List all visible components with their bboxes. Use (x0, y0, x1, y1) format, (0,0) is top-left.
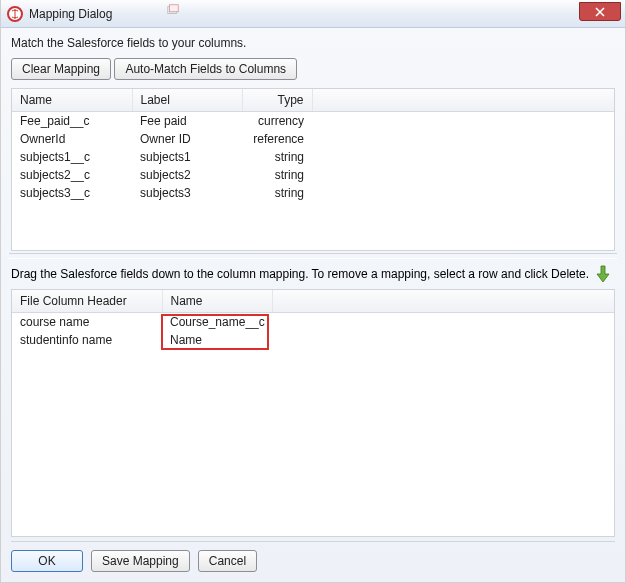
cell-name: subjects3__c (12, 184, 132, 202)
cell-filecol: course name (12, 313, 162, 332)
cancel-button[interactable]: Cancel (198, 550, 257, 572)
window-title: Mapping Dialog (29, 7, 112, 21)
instruction-drag-row: Drag the Salesforce fields down to the c… (11, 265, 615, 283)
table-row[interactable]: subjects2__csubjects2string (12, 166, 614, 184)
auto-match-button[interactable]: Auto-Match Fields to Columns (114, 58, 297, 80)
mapping-header-name[interactable]: Name (162, 290, 272, 313)
button-row-top: Clear Mapping Auto-Match Fields to Colum… (11, 58, 615, 80)
cell-label: subjects3 (132, 184, 242, 202)
cell-mapname: Name (162, 331, 272, 349)
cell-label: Owner ID (132, 130, 242, 148)
fields-header-spacer (312, 89, 614, 112)
cell-filecol: studentinfo name (12, 331, 162, 349)
fields-header-type[interactable]: Type (242, 89, 312, 112)
close-button[interactable] (579, 2, 621, 21)
cell-name: OwnerId (12, 130, 132, 148)
table-row[interactable]: studentinfo nameName (12, 331, 614, 349)
cell-name: Fee_paid__c (12, 112, 132, 131)
svg-rect-2 (170, 5, 179, 12)
fields-header-row: Name Label Type (12, 89, 614, 112)
cell-type: string (242, 184, 312, 202)
mapping-header-filecol[interactable]: File Column Header (12, 290, 162, 313)
mapping-table[interactable]: File Column Header Name course nameCours… (11, 289, 615, 537)
table-row[interactable]: Fee_paid__cFee paidcurrency (12, 112, 614, 131)
cell-type: currency (242, 112, 312, 131)
fields-table[interactable]: Name Label Type Fee_paid__cFee paidcurre… (11, 88, 615, 251)
ok-button[interactable]: OK (11, 550, 83, 572)
cell-label: Fee paid (132, 112, 242, 131)
dialog-content: Match the Salesforce fields to your colu… (1, 28, 625, 582)
fields-header-name[interactable]: Name (12, 89, 132, 112)
separator (9, 253, 617, 259)
background-tab (166, 3, 184, 17)
instruction-top: Match the Salesforce fields to your colu… (11, 36, 615, 50)
cell-mapname: Course_name__c (162, 313, 272, 332)
app-icon (7, 6, 23, 22)
titlebar: Mapping Dialog (1, 0, 625, 28)
footer-buttons: OK Save Mapping Cancel (11, 541, 615, 574)
table-row[interactable]: subjects3__csubjects3string (12, 184, 614, 202)
cell-type: string (242, 148, 312, 166)
cell-name: subjects2__c (12, 166, 132, 184)
mapping-header-row: File Column Header Name (12, 290, 614, 313)
table-row[interactable]: OwnerIdOwner IDreference (12, 130, 614, 148)
fields-header-label[interactable]: Label (132, 89, 242, 112)
cell-name: subjects1__c (12, 148, 132, 166)
cell-type: reference (242, 130, 312, 148)
cell-type: string (242, 166, 312, 184)
table-row[interactable]: subjects1__csubjects1string (12, 148, 614, 166)
arrow-down-icon (595, 265, 611, 283)
cell-label: subjects1 (132, 148, 242, 166)
save-mapping-button[interactable]: Save Mapping (91, 550, 190, 572)
table-row[interactable]: course nameCourse_name__c (12, 313, 614, 332)
clear-mapping-button[interactable]: Clear Mapping (11, 58, 111, 80)
instruction-drag: Drag the Salesforce fields down to the c… (11, 267, 589, 281)
cell-label: subjects2 (132, 166, 242, 184)
mapping-header-spacer (272, 290, 614, 313)
